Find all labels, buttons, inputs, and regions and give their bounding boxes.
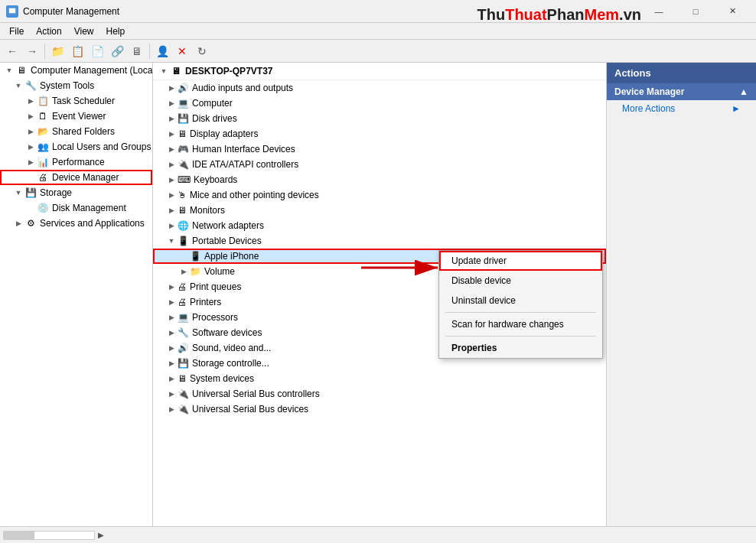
properties2-button[interactable]: 📄 [88, 42, 106, 60]
menu-view[interactable]: View [68, 24, 100, 38]
close-button[interactable]: ✕ [715, 0, 750, 23]
ctx-scan-hardware[interactable]: Scan for hardware changes [439, 314, 602, 334]
folder-button[interactable]: 📁 [48, 42, 67, 60]
actions-more-arrow: ► [732, 103, 741, 114]
connect-button[interactable]: 🖥 [128, 42, 146, 60]
expand-perf: ▶ [24, 156, 37, 168]
disk-icon: 💿 [37, 202, 49, 214]
actions-subheader[interactable]: Device Manager ▲ [607, 83, 756, 100]
devmgr-label: Device Manager [52, 172, 119, 183]
expand-devmgr [24, 171, 37, 184]
tree-task-scheduler[interactable]: ▶ 📋 Task Scheduler [0, 93, 152, 109]
mid-keyboards[interactable]: ▶ ⌨ Keyboards [153, 172, 606, 187]
shared-icon: 📂 [37, 125, 49, 138]
delete-button[interactable]: ✕ [173, 42, 191, 60]
mid-tree: ▶ 🔊 Audio inputs and outputs ▶ 💻 Compute… [153, 80, 606, 417]
maximize-button[interactable]: □ [678, 0, 713, 23]
new-button[interactable]: 👤 [153, 42, 171, 60]
storage-icon: 💾 [24, 187, 37, 199]
menu-file[interactable]: File [3, 24, 30, 38]
actions-more-label: More Actions [622, 103, 675, 114]
expand-event: ▶ [24, 110, 37, 122]
mid-disk[interactable]: ▶ 💾 Disk drives [153, 111, 606, 126]
mid-audio[interactable]: ▶ 🔊 Audio inputs and outputs [153, 80, 606, 96]
tree-local-users[interactable]: ▶ 👥 Local Users and Groups [0, 139, 152, 154]
actions-more[interactable]: More Actions ► [607, 100, 756, 117]
mid-mice[interactable]: ▶ 🖱 Mice and other pointing devices [153, 187, 606, 203]
tools-icon: 🔧 [24, 80, 37, 92]
ctx-uninstall-device[interactable]: Uninstall device [439, 291, 602, 311]
status-scrollbar[interactable] [3, 531, 95, 540]
expand-task: ▶ [24, 95, 37, 107]
status-bar: ▶ [0, 526, 756, 543]
perf-label: Performance [52, 157, 105, 167]
left-tree: ▼ 🖥 Computer Management (Local ▼ 🔧 Syste… [0, 63, 152, 231]
status-arrow[interactable]: ▶ [98, 531, 104, 539]
tree-system-tools[interactable]: ▼ 🔧 System Tools [0, 78, 152, 93]
branding: ThuThuatPhanMem.vn [477, 6, 641, 24]
mid-hid[interactable]: ▶ 🎮 Human Interface Devices [153, 141, 606, 157]
tree-services[interactable]: ▶ ⚙ Services and Applications [0, 216, 152, 231]
actions-subheader-arrow: ▲ [739, 86, 748, 97]
mid-root-icon: 🖥 [170, 65, 182, 77]
expand-disk [24, 202, 37, 214]
right-panel: Actions Device Manager ▲ More Actions ► [607, 63, 756, 526]
system-tools-label: System Tools [40, 80, 94, 91]
left-panel: ▼ 🖥 Computer Management (Local ▼ 🔧 Syste… [0, 63, 153, 526]
menu-bar: File Action View Help [0, 23, 756, 40]
users-icon: 👥 [37, 141, 49, 153]
properties-button[interactable]: 📋 [68, 42, 86, 60]
mid-portable[interactable]: ▼ 📱 Portable Devices [153, 233, 606, 249]
forward-button[interactable]: → [23, 42, 41, 60]
devmgr-icon: 🖨 [37, 171, 49, 184]
app-icon [6, 5, 18, 18]
svg-rect-1 [10, 14, 15, 15]
shared-label: Shared Folders [52, 126, 115, 137]
expand-shared: ▶ [24, 125, 37, 138]
share-button[interactable]: 🔗 [108, 42, 126, 60]
window-controls[interactable]: — □ ✕ [641, 0, 750, 23]
tree-event-viewer[interactable]: ▶ 🗒 Event Viewer [0, 109, 152, 124]
mid-monitors[interactable]: ▶ 🖥 Monitors [153, 203, 606, 218]
actions-header: Actions [607, 63, 756, 83]
tree-root[interactable]: ▼ 🖥 Computer Management (Local [0, 63, 152, 78]
storage-label: Storage [40, 187, 72, 198]
ctx-sep-1 [445, 312, 596, 313]
svg-rect-0 [8, 8, 16, 14]
refresh-button[interactable]: ↻ [193, 42, 211, 60]
services-icon: ⚙ [24, 217, 37, 229]
minimize-button[interactable]: — [641, 0, 676, 23]
mid-panel-header: ▼ 🖥 DESKTOP-QP7VT37 [153, 63, 606, 80]
mid-computer[interactable]: ▶ 💻 Computer [153, 96, 606, 111]
mid-network[interactable]: ▶ 🌐 Network adapters [153, 218, 606, 233]
computer-icon: 🖥 [15, 64, 28, 76]
mid-usb-ctrl[interactable]: ▶ 🔌 Universal Serial Bus controllers [153, 386, 606, 402]
toolbar: ← → 📁 📋 📄 🔗 🖥 👤 ✕ ↻ [0, 40, 756, 63]
expand-system-tools: ▼ [12, 80, 24, 92]
expand-users: ▶ [24, 141, 37, 153]
services-label: Services and Applications [40, 218, 145, 229]
tree-disk-mgmt[interactable]: 💿 Disk Management [0, 200, 152, 216]
tree-device-manager[interactable]: 🖨 Device Manager [0, 170, 152, 185]
ctx-properties[interactable]: Properties [439, 338, 602, 358]
tree-storage[interactable]: ▼ 💾 Storage [0, 185, 152, 200]
middle-panel: ▼ 🖥 DESKTOP-QP7VT37 ▶ 🔊 Audio inputs and… [153, 63, 607, 526]
toolbar-sep-1 [44, 44, 45, 59]
tree-performance[interactable]: ▶ 📊 Performance [0, 154, 152, 170]
mid-display[interactable]: ▶ 🖥 Display adapters [153, 126, 606, 141]
mid-root-label: DESKTOP-QP7VT37 [185, 66, 272, 76]
perf-icon: 📊 [37, 156, 49, 168]
ctx-update-driver[interactable]: Update driver [439, 251, 602, 271]
mid-usb-devices[interactable]: ▶ 🔌 Universal Serial Bus devices [153, 402, 606, 417]
menu-action[interactable]: Action [30, 24, 67, 38]
tree-shared-folders[interactable]: ▶ 📂 Shared Folders [0, 124, 152, 139]
mid-system-devices[interactable]: ▶ 🖥 System devices [153, 371, 606, 386]
ctx-disable-device[interactable]: Disable device [439, 271, 602, 291]
red-arrow [354, 252, 445, 283]
menu-help[interactable]: Help [100, 24, 132, 38]
mid-ide[interactable]: ▶ 🔌 IDE ATA/ATAPI controllers [153, 157, 606, 172]
back-button[interactable]: ← [3, 42, 21, 60]
disk-label: Disk Management [52, 203, 126, 213]
actions-subheader-label: Device Manager [614, 86, 684, 97]
expand-root: ▼ [3, 64, 15, 76]
